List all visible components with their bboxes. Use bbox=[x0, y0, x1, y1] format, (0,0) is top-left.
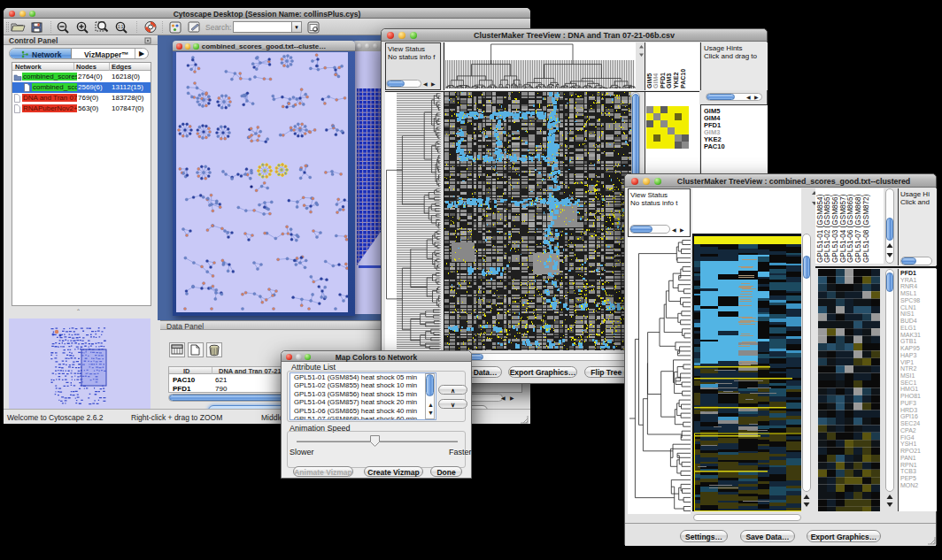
svg-text:GPL51-01 (GSM854): GPL51-01 (GSM854) bbox=[816, 194, 824, 263]
svg-text:YKE2: YKE2 bbox=[673, 73, 679, 88]
svg-text:1:1: 1:1 bbox=[118, 25, 124, 29]
svg-text:GPL51-02 (GSM855): GPL51-02 (GSM855) bbox=[823, 194, 831, 263]
svg-text:GIM4: GIM4 bbox=[652, 73, 659, 88]
svg-text:GPL51-08 (GSM872): GPL51-08 (GSM872) bbox=[862, 194, 870, 263]
svg-text:GIM5: GIM5 bbox=[646, 73, 652, 88]
svg-text:PAC10: PAC10 bbox=[680, 69, 686, 88]
svg-text:GPL51-07 (GSM868): GPL51-07 (GSM868) bbox=[854, 194, 862, 263]
svg-text:GPL51-06 (GSM865): GPL51-06 (GSM865) bbox=[846, 194, 854, 263]
svg-text:PFD1: PFD1 bbox=[660, 73, 666, 88]
svg-text:GPL51-03 (GSM856): GPL51-03 (GSM856) bbox=[831, 194, 839, 263]
svg-text:GPL51-04 (GSM857): GPL51-04 (GSM857) bbox=[839, 194, 847, 263]
svg-text:GIM3: GIM3 bbox=[666, 73, 672, 88]
